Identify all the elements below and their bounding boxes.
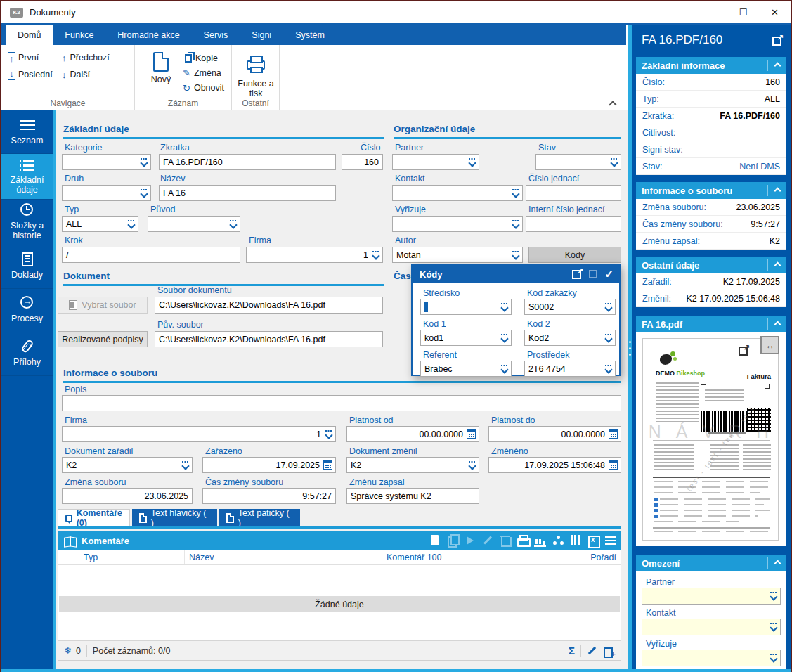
card-header[interactable]: Informace o souboru [636,182,786,199]
dropdown-icon[interactable] [467,158,476,167]
run-icon[interactable] [464,534,476,547]
group-icon[interactable] [552,534,564,547]
kody-popup-titlebar[interactable]: Kódy ✓ [413,265,619,283]
tab-text-paticky[interactable]: Text patičky ( ) [219,509,300,526]
firma-combobox[interactable]: 1 [246,247,383,263]
tab-domu[interactable]: Domů [6,25,53,45]
delete-record-icon[interactable] [499,534,511,547]
change-button[interactable]: ✎ Změna [183,65,224,80]
popis-input[interactable] [62,395,621,411]
vybrat-soubor-button[interactable]: Vybrat soubor [58,297,148,314]
card-header[interactable]: Omezení [636,555,786,571]
tab-funkce[interactable]: Funkce [53,25,105,45]
calendar-icon[interactable] [609,429,618,439]
dropdown-icon[interactable] [604,365,613,373]
omezeni-partner-combobox[interactable] [642,588,781,605]
platnost-od-input[interactable]: 00.00.0000 [346,426,479,442]
soubor-dokumentu-input[interactable]: C:\Users\lickovaz.K2\Downloads\FA 16.pdf [155,297,383,314]
first-button[interactable]: ↑ První [8,52,62,63]
edit-record-icon[interactable] [481,534,493,547]
print-functions-button[interactable]: Funkce a tisk [236,49,275,98]
dropdown-icon[interactable] [324,430,333,439]
vyrizuje-combobox[interactable] [392,216,523,232]
quick-edit-icon[interactable] [587,645,597,656]
new-record-icon[interactable] [429,534,441,547]
cislo-jednaci-input[interactable] [526,185,621,201]
sidebar-item-doklady[interactable]: Doklady [1,245,53,289]
export-excel-icon[interactable] [587,534,599,547]
zmeneno-input[interactable]: 17.09.2025 15:06:48 [488,457,621,473]
confirm-icon[interactable]: ✓ [604,268,614,280]
sidebar-item-slozky-a-historie[interactable]: Složky a historie [1,200,53,245]
popout-icon[interactable] [572,269,582,279]
puv-soubor-input[interactable]: C:\Users\lickovaz.K2\Downloads\FA 16.pdf [155,331,383,347]
druh-combobox[interactable] [62,185,151,201]
partner-combobox[interactable] [392,154,479,170]
bulk-change-icon[interactable] [603,645,615,657]
dokument-zaradil-combobox[interactable]: K2 [62,457,193,473]
dropdown-icon[interactable] [228,220,238,228]
sidebar-item-zakladni-udaje[interactable]: Základní údaje [1,154,53,200]
kontakt-combobox[interactable] [392,185,523,201]
prostredek-combobox[interactable]: 2T6 4754 [524,361,616,377]
tab-text-hlavicky[interactable]: Text hlavičky ( ) [132,509,217,526]
kategorie-combobox[interactable] [62,154,151,170]
dropdown-icon[interactable] [139,189,148,198]
collapse-icon[interactable] [774,560,781,567]
calendar-icon[interactable] [467,429,476,439]
column-typ[interactable]: Typ [79,550,185,564]
dropdown-icon[interactable] [604,303,613,311]
maximize-button[interactable]: ☐ [727,1,759,23]
realizovane-podpisy-button[interactable]: Realizované podpisy [58,331,148,347]
collapse-icon[interactable] [774,63,781,70]
dropdown-icon[interactable] [769,654,778,662]
preview-popout-icon[interactable] [739,346,748,356]
sidebar-item-procesy[interactable]: Procesy [1,289,53,332]
copy-record-icon[interactable] [446,534,458,547]
dropdown-icon[interactable] [500,365,509,373]
cas-zmeny-souboru-input[interactable]: 9:57:27 [202,488,336,504]
cislo-input[interactable]: 160 [342,154,383,170]
dropdown-icon[interactable] [769,592,778,600]
dropdown-icon[interactable] [126,220,136,228]
card-header[interactable]: Základní informace [636,57,786,74]
last-button[interactable]: ↓ Poslední [8,69,62,80]
stav-combobox[interactable] [535,154,621,170]
save-icon[interactable] [589,270,597,278]
pdf-preview-page[interactable]: DEMO Bikeshop Faktura N Á V R H test - [642,338,779,541]
autor-combobox[interactable]: Motan [392,247,523,263]
minimize-button[interactable]: – [696,1,727,23]
stredisko-combobox[interactable] [420,299,512,315]
card-header[interactable]: FA 16.pdf [636,316,786,332]
collapse-icon[interactable] [774,321,781,328]
dropdown-icon[interactable] [511,189,520,198]
kod2-combobox[interactable]: Kod2 [524,330,616,346]
close-button[interactable]: ✕ [759,1,791,23]
zkratka-input[interactable]: FA 16.PDF/160 [159,154,336,170]
collapse-icon[interactable] [774,188,781,195]
columns-icon[interactable] [569,534,581,547]
grid-menu-icon[interactable] [604,534,616,547]
puvod-combobox[interactable] [148,216,240,232]
dropdown-icon[interactable] [769,623,778,631]
sidebar-item-prilohy[interactable]: Přílohy [1,332,53,376]
column-nazev[interactable]: Název [185,550,382,564]
krok-input[interactable]: / [62,247,240,263]
calendar-icon[interactable] [609,460,618,470]
dokument-zmenil-combobox[interactable]: K2 [346,457,479,473]
previous-button[interactable]: ↑ Předchozí [62,53,129,63]
tab-servis[interactable]: Servis [192,25,240,45]
dropdown-icon[interactable] [139,158,148,167]
popout-icon[interactable] [772,36,782,46]
ribbon-collapse-icon[interactable] [609,101,616,105]
dropdown-icon[interactable] [371,251,380,259]
dropdown-icon[interactable] [609,158,618,167]
card-header[interactable]: Ostatní údaje [636,257,786,273]
chart-icon[interactable] [534,534,546,547]
dropdown-icon[interactable] [500,334,509,342]
new-button[interactable]: Nový [139,49,183,96]
column-poradi[interactable]: Pořadí [571,550,621,564]
dropdown-icon[interactable] [511,251,520,259]
tab-komentare[interactable]: Komentáře (0) [58,509,130,526]
calendar-icon[interactable] [323,460,332,470]
